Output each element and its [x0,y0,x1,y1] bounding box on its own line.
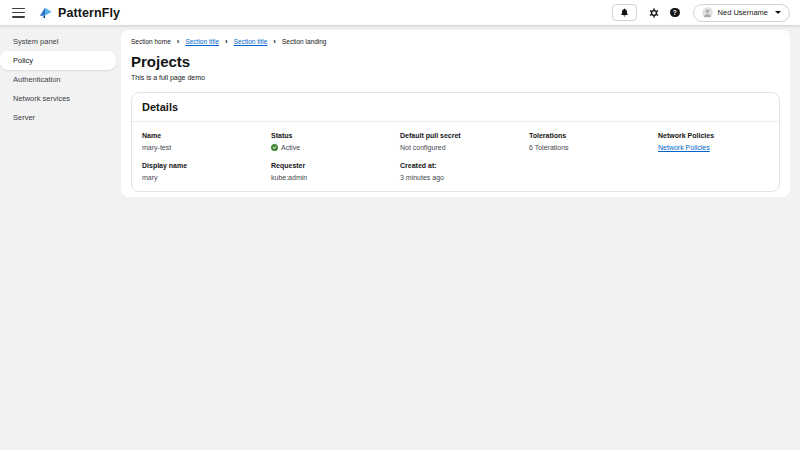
breadcrumb-item-home: Section home [131,38,171,45]
patternfly-logo [38,6,53,20]
details-card: Details Name mary-test Status [131,92,780,192]
field-term: Name [142,132,271,139]
sidebar-item-server[interactable]: Server [0,108,121,127]
notifications-button[interactable] [612,4,637,21]
field-value: mary [142,174,271,181]
field-term: Network Policies [658,132,787,139]
field-default-pull-secret: Default pull secret Not configured [400,132,529,151]
masthead: PatternFly ? [0,0,800,25]
card-title: Details [132,93,779,121]
field-term: Tolerations [529,132,658,139]
field-value: mary-test [142,144,271,151]
sidebar-item-authentication[interactable]: Authentication [0,70,121,89]
hamburger-menu-icon[interactable] [12,8,25,18]
settings-button[interactable] [649,8,659,18]
brand-name: PatternFly [58,6,120,20]
description-list: Name mary-test Status Active [142,132,779,181]
help-icon: ? [670,8,680,18]
field-value: 6 Tolerations [529,144,658,151]
field-term: Requester [271,162,400,169]
field-name: Name mary-test [142,132,271,151]
field-requester: Requester kube:admin [271,162,400,181]
card-body: Name mary-test Status Active [132,122,779,181]
breadcrumb-item-section-title-1[interactable]: Section title [185,38,219,45]
check-circle-icon [271,144,278,151]
field-term: Display name [142,162,271,169]
breadcrumb: Section home › Section title › Section t… [131,38,780,45]
field-value: 3 minutes ago [400,174,529,181]
field-network-policies: Network Policies Network Policies [658,132,787,151]
field-created-at: Created at: 3 minutes ago [400,162,529,181]
field-display-name: Display name mary [142,162,271,181]
avatar [702,7,713,18]
page-subtitle: This is a full page demo [131,74,780,81]
field-status: Status Active [271,132,400,151]
angle-right-icon: › [177,39,180,45]
field-term: Status [271,132,400,139]
breadcrumb-item-section-title-2[interactable]: Section title [234,38,268,45]
main-content-panel: Section home › Section title › Section t… [121,30,790,197]
sidebar-nav: System panel Policy Authentication Netwo… [0,25,121,127]
field-value: kube:admin [271,174,400,181]
status-text: Active [281,144,300,151]
angle-right-icon: › [225,39,228,45]
masthead-toolbar: ? Ned Username [612,4,790,22]
user-name: Ned Username [718,8,768,17]
field-value: Not configured [400,144,529,151]
user-menu-dropdown[interactable]: Ned Username [693,4,790,22]
field-tolerations: Tolerations 6 Tolerations [529,132,658,151]
bell-icon [620,8,629,17]
gear-icon [649,8,659,18]
angle-right-icon: › [273,39,276,45]
field-term: Created at: [400,162,529,169]
brand: PatternFly [38,6,120,20]
field-term: Default pull secret [400,132,529,139]
page-title: Projects [131,53,780,70]
chevron-down-icon [775,11,781,14]
breadcrumb-item-current: Section landing [282,38,326,45]
sidebar-item-network-services[interactable]: Network services [0,89,121,108]
sidebar-item-system-panel[interactable]: System panel [0,32,121,51]
sidebar-item-policy[interactable]: Policy [0,51,116,70]
help-button[interactable]: ? [670,8,680,18]
network-policies-link[interactable]: Network Policies [658,144,710,151]
